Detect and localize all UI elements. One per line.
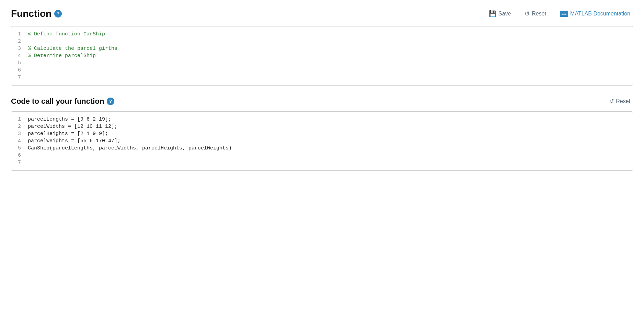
line-content[interactable]: parcelHeights = [2 1 9 9]; [25,130,633,137]
table-row: 6 [11,152,633,159]
line-number: 3 [11,45,25,52]
line-number: 2 [11,123,25,130]
header-actions: 💾 Save ↺ Reset ≡≡ MATLAB Documentation [486,9,633,19]
header-left: Function ? [11,8,62,19]
line-content[interactable] [25,152,633,159]
line-content[interactable] [25,67,633,74]
page-header: Function ? 💾 Save ↺ Reset ≡≡ MATLAB Docu… [11,8,633,19]
table-row: 1% Define function CanShip [11,31,633,38]
line-content[interactable] [25,38,633,45]
table-row: 7 [11,74,633,81]
call-reset-label: Reset [616,98,630,104]
call-section-header: Code to call your function ? ↺ Reset [11,97,633,106]
line-content[interactable]: % Determine parcelShip [25,52,633,59]
line-number: 4 [11,137,25,145]
table-row: 5CanShip(parcelLengths, parcelWidths, pa… [11,145,633,152]
save-button[interactable]: 💾 Save [486,9,514,19]
line-number: 6 [11,152,25,159]
table-row: 2 [11,38,633,45]
line-number: 5 [11,59,25,67]
line-content[interactable]: parcelWidths = [12 10 11 12]; [25,123,633,130]
function-code-lines: 1% Define function CanShip23% Calculate … [11,26,633,85]
line-number: 7 [11,159,25,166]
save-label: Save [498,11,511,17]
matlab-icon: ≡≡ [560,11,568,17]
table-row: 5 [11,59,633,67]
call-help-icon[interactable]: ? [107,98,114,105]
line-number: 4 [11,52,25,59]
line-content[interactable]: % Define function CanShip [25,31,633,38]
line-number: 5 [11,145,25,152]
line-number: 3 [11,130,25,137]
help-icon[interactable]: ? [54,10,62,18]
table-row: 6 [11,67,633,74]
call-editor[interactable]: 1parcelLengths = [9 6 2 19];2parcelWidth… [11,111,633,171]
line-content[interactable]: parcelWeights = [55 6 170 47]; [25,137,633,145]
reset-button[interactable]: ↺ Reset [522,9,549,19]
call-section-title: Code to call your function [11,97,104,106]
table-row: 2parcelWidths = [12 10 11 12]; [11,123,633,130]
line-content[interactable]: parcelLengths = [9 6 2 19]; [25,116,633,123]
call-code-lines: 1parcelLengths = [9 6 2 19];2parcelWidth… [11,112,633,170]
line-content[interactable]: % Calculate the parcel girths [25,45,633,52]
line-number: 7 [11,74,25,81]
table-row: 7 [11,159,633,166]
line-number: 2 [11,38,25,45]
call-reset-icon: ↺ [609,98,614,104]
table-row: 1parcelLengths = [9 6 2 19]; [11,116,633,123]
call-reset-button[interactable]: ↺ Reset [607,97,633,106]
line-content[interactable] [25,159,633,166]
matlab-doc-label: MATLAB Documentation [570,11,630,17]
reset-label: Reset [532,11,546,17]
table-row: 4parcelWeights = [55 6 170 47]; [11,137,633,145]
section-title-left: Code to call your function ? [11,97,114,106]
line-number: 1 [11,31,25,38]
function-editor[interactable]: 1% Define function CanShip23% Calculate … [11,26,633,86]
line-content[interactable]: CanShip(parcelLengths, parcelWidths, par… [25,145,633,152]
line-number: 1 [11,116,25,123]
save-icon: 💾 [489,10,496,18]
matlab-doc-button[interactable]: ≡≡ MATLAB Documentation [557,9,633,18]
table-row: 3parcelHeights = [2 1 9 9]; [11,130,633,137]
table-row: 4% Determine parcelShip [11,52,633,59]
line-content[interactable] [25,59,633,67]
line-content[interactable] [25,74,633,81]
page-title: Function [11,8,51,19]
line-number: 6 [11,67,25,74]
reset-icon: ↺ [525,10,530,18]
table-row: 3% Calculate the parcel girths [11,45,633,52]
